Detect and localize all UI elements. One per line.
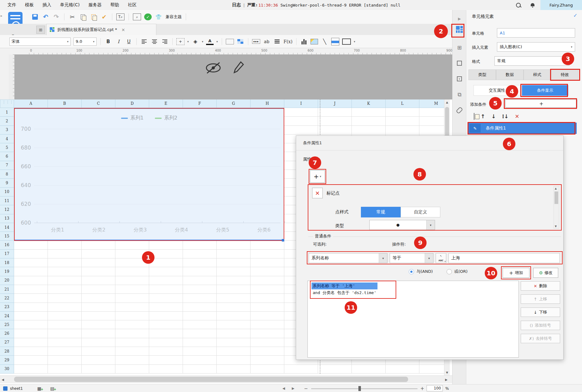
menu-item[interactable]: 服务器 xyxy=(84,2,106,8)
and-radio[interactable] xyxy=(409,269,414,274)
notification-bell-icon[interactable] xyxy=(531,3,534,7)
insert-image-icon[interactable] xyxy=(311,38,318,46)
tab-data[interactable]: 数据 xyxy=(496,69,524,80)
zoom-out-icon[interactable]: − xyxy=(304,386,308,391)
row-header[interactable]: 8 xyxy=(0,170,14,179)
row-header[interactable]: 27 xyxy=(0,338,14,347)
font-color-caret-icon[interactable]: ▾ xyxy=(216,40,218,43)
point-style-normal-option[interactable]: 常规 xyxy=(361,207,401,217)
user-account-badge[interactable]: Fairy.Zhang xyxy=(540,0,582,10)
border-icon[interactable]: + xyxy=(176,38,185,45)
scroll-down-icon[interactable]: ▼ xyxy=(444,370,450,375)
panel-scroll-down-icon[interactable]: ▼ xyxy=(555,225,557,228)
format-select[interactable]: 常规▾ xyxy=(494,56,569,66)
move-up-icon[interactable]: ↑ xyxy=(481,113,485,120)
copy-icon[interactable] xyxy=(79,13,87,21)
row-header[interactable]: 9 xyxy=(0,179,14,187)
row-header[interactable]: 20 xyxy=(0,276,14,285)
save-icon[interactable] xyxy=(31,13,39,21)
or-radio[interactable] xyxy=(447,269,452,274)
zoom-in-icon[interactable]: + xyxy=(420,386,424,391)
cell-attribute-strip-icon[interactable] xyxy=(455,59,464,68)
column-header[interactable]: I xyxy=(284,99,318,108)
menu-item[interactable]: 插入 xyxy=(38,2,56,8)
close-tab-icon[interactable]: × xyxy=(121,27,125,32)
align-center-icon[interactable] xyxy=(151,38,158,46)
cell-ref-input[interactable]: A1 xyxy=(497,28,575,38)
horizontal-scroll-thumb[interactable] xyxy=(14,377,408,382)
widget-keyboard-icon[interactable]: ▪▪▪ xyxy=(252,39,260,44)
column-header[interactable]: M xyxy=(419,99,444,108)
rich-text-icon[interactable] xyxy=(273,38,281,46)
row-header[interactable]: 13 xyxy=(0,214,14,223)
condition-line[interactable]: 系列名称 等于 '上海' xyxy=(311,283,377,289)
column-header[interactable]: J xyxy=(318,99,352,108)
column-header[interactable]: D xyxy=(115,99,149,108)
scroll-right-icon[interactable]: ▶ xyxy=(443,376,449,383)
condition-line[interactable]: and 分类名 包含于 'ds2.time' xyxy=(311,289,377,296)
zoom-value-input[interactable]: 100 xyxy=(427,385,443,391)
marker-type-select[interactable]: ●▾ xyxy=(369,220,435,230)
row-header[interactable]: 11 xyxy=(0,196,14,205)
chart-resize-handle[interactable] xyxy=(282,239,284,242)
row-header[interactable]: 22 xyxy=(0,294,14,303)
redo-icon[interactable]: ↷ xyxy=(53,13,60,21)
subtab-condition-display[interactable]: 条件显示 xyxy=(522,85,568,96)
zoom-slider-thumb[interactable] xyxy=(358,386,361,391)
panel-scroll-up-icon[interactable]: ▲ xyxy=(555,187,557,190)
merge-cell-icon[interactable] xyxy=(226,39,234,44)
undo-icon[interactable]: ↶ xyxy=(42,13,49,21)
column-header[interactable]: E xyxy=(149,99,183,108)
tab-style[interactable]: 样式 xyxy=(524,69,551,80)
row-header[interactable]: 14 xyxy=(0,223,14,232)
condition-list[interactable]: 系列名称 等于 '上海'and 分类名 包含于 'ds2.time' xyxy=(307,281,519,358)
menu-item[interactable]: 社区 xyxy=(124,2,141,8)
row-header[interactable]: 17 xyxy=(0,250,14,258)
validate-icon[interactable]: ✓ xyxy=(144,13,152,20)
widget-settings-strip-icon[interactable]: ⊞ xyxy=(455,43,464,52)
tab-type[interactable]: 类型 xyxy=(468,69,496,80)
collapse-left-panel-icon[interactable]: ▸ xyxy=(1,14,3,18)
fill-caret-icon[interactable]: ▾ xyxy=(202,40,204,43)
insert-subreport-icon[interactable] xyxy=(331,38,339,45)
line-chart-element[interactable]: 系列1系列2 700680660640620600分类1分类2分类3分类4分类5… xyxy=(14,108,284,241)
row-header[interactable]: 19 xyxy=(0,267,14,276)
underline-button[interactable]: U xyxy=(125,38,133,46)
row-header[interactable]: 6 xyxy=(0,152,14,161)
row-header[interactable]: 16 xyxy=(0,241,14,250)
font-size-select[interactable]: 9.0▾ xyxy=(73,38,97,46)
sheet-tab-label[interactable]: sheet1 xyxy=(10,386,23,391)
row-header[interactable]: 10 xyxy=(0,188,14,196)
font-color-icon[interactable]: A xyxy=(206,38,214,45)
insert-shape-arrow-icon[interactable]: ╲ xyxy=(321,38,328,46)
list-action-下移[interactable]: ↓下移 xyxy=(521,308,560,317)
border-caret-icon[interactable]: ▾ xyxy=(187,40,189,43)
float-rect-caret-icon[interactable]: ▾ xyxy=(354,40,355,43)
insert-chart-sheet-icon[interactable]: ▤+ xyxy=(50,386,57,391)
theme-shirt-icon[interactable]: 👕 xyxy=(155,13,162,21)
operator-select[interactable]: 等于▾ xyxy=(390,253,433,263)
row-header[interactable]: 15 xyxy=(0,232,14,241)
sort-icon[interactable]: ⁞↓ xyxy=(502,113,509,120)
condition-value-input[interactable]: 上海 xyxy=(448,253,560,263)
panel-edit-icon[interactable]: ✓ xyxy=(573,13,577,18)
edit-pencil-icon[interactable] xyxy=(233,61,244,74)
cell-text-search-icon[interactable]: T⌕ xyxy=(116,13,124,20)
row-header[interactable]: 24 xyxy=(0,312,14,320)
insert-element-select[interactable]: 插入图表(C)▾ xyxy=(497,42,575,52)
tab-effects[interactable]: 特效 xyxy=(551,69,579,80)
formula-string-toggle-icon[interactable]: ↖ABC ▾ xyxy=(436,253,446,263)
row-header[interactable]: 1 xyxy=(0,108,14,117)
row-header[interactable]: 4 xyxy=(0,135,14,143)
tab-list-grid-icon[interactable]: ⊞ xyxy=(36,26,45,34)
row-header[interactable]: 12 xyxy=(0,205,14,214)
hide-preview-eye-icon[interactable] xyxy=(205,61,221,74)
align-right-icon[interactable] xyxy=(161,38,169,46)
search-icon[interactable] xyxy=(516,3,521,8)
add-condition-button[interactable]: + xyxy=(505,99,577,108)
active-document-tab[interactable]: 折线图比较系列设置标记点.cpt * × xyxy=(46,24,156,35)
menu-item[interactable]: 模板 xyxy=(21,2,38,8)
point-style-custom-option[interactable]: 自定义 xyxy=(401,207,440,217)
cell-element-strip-icon[interactable] xyxy=(455,25,464,34)
modify-condition-button[interactable]: ⚙修改 xyxy=(533,268,558,278)
